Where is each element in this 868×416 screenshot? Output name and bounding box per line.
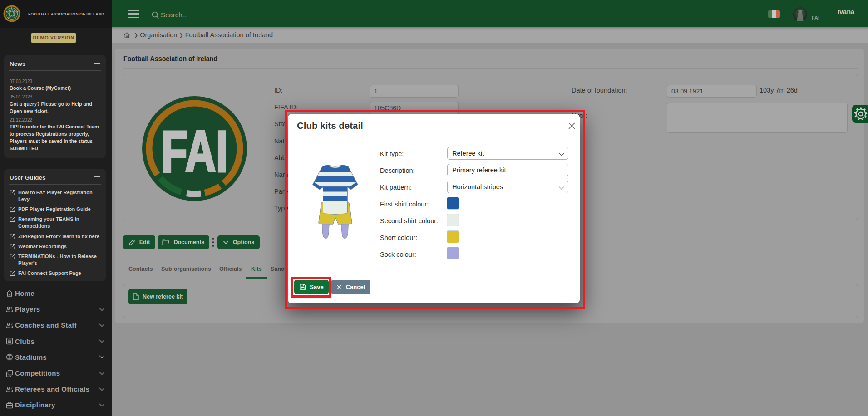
svg-text:FAI: FAI — [162, 119, 228, 184]
